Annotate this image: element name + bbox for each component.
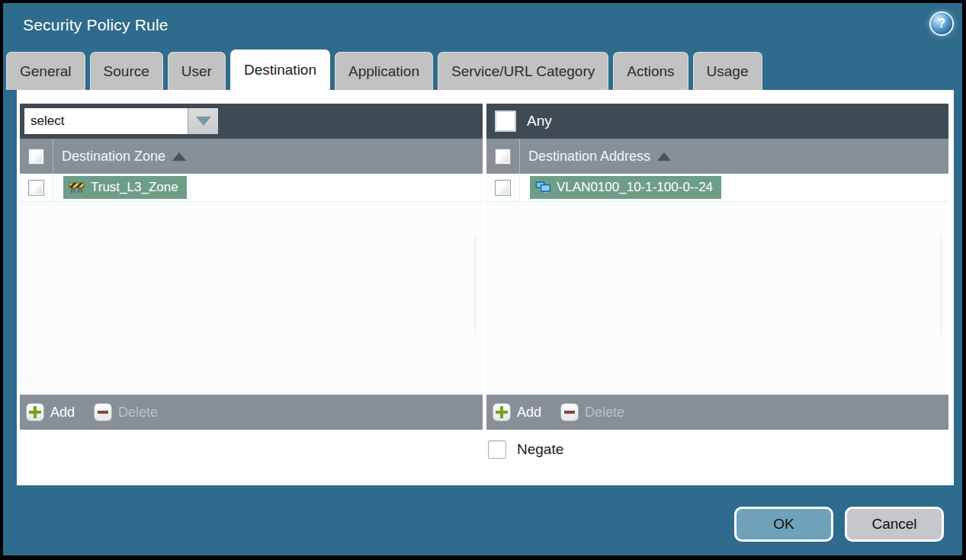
cancel-button[interactable]: Cancel bbox=[845, 507, 944, 542]
address-delete-label: Delete bbox=[585, 405, 624, 421]
zone-row-checkbox-cell bbox=[20, 174, 53, 201]
address-value-chip[interactable]: VLAN0100_10-1-100-0--24 bbox=[530, 176, 721, 199]
zone-value-chip[interactable]: Trust_L3_Zone bbox=[63, 176, 187, 199]
zone-row-checkbox[interactable] bbox=[29, 181, 43, 195]
zone-panel-toolbar: select bbox=[20, 104, 483, 139]
zone-type-dropdown[interactable]: select bbox=[24, 108, 218, 134]
address-icon bbox=[535, 181, 550, 194]
help-icon[interactable]: ? bbox=[931, 13, 952, 34]
address-add-label: Add bbox=[517, 405, 541, 421]
tab-actions[interactable]: Actions bbox=[613, 52, 688, 90]
zone-delete-button[interactable]: Delete bbox=[95, 404, 158, 421]
tab-service-url-category[interactable]: Service/URL Category bbox=[438, 52, 608, 90]
security-policy-rule-dialog: Security Policy Rule ? General Source Us… bbox=[3, 3, 962, 555]
address-name: VLAN0100_10-1-100-0--24 bbox=[557, 180, 713, 195]
zone-delete-label: Delete bbox=[118, 405, 158, 421]
minus-icon bbox=[561, 404, 578, 421]
zone-icon bbox=[69, 181, 85, 194]
dialog-title: Security Policy Rule bbox=[23, 16, 168, 34]
address-select-all-cell bbox=[486, 139, 520, 174]
address-row-checkbox-cell bbox=[486, 174, 520, 201]
zone-list-scrollbar[interactable] bbox=[475, 235, 476, 334]
sort-ascending-icon[interactable] bbox=[172, 152, 186, 161]
zone-type-dropdown-button[interactable] bbox=[188, 108, 218, 134]
address-list: VLAN0100_10-1-100-0--24 bbox=[486, 174, 948, 395]
tab-user[interactable]: User bbox=[168, 52, 226, 90]
tab-usage[interactable]: Usage bbox=[693, 52, 762, 90]
any-toggle: Any bbox=[491, 112, 552, 130]
address-delete-button[interactable]: Delete bbox=[561, 404, 624, 421]
address-select-all-checkbox[interactable] bbox=[496, 149, 510, 164]
address-column-header-row: Destination Address bbox=[486, 139, 948, 174]
minus-icon bbox=[95, 404, 111, 421]
address-row-checkbox[interactable] bbox=[496, 181, 510, 195]
tab-application[interactable]: Application bbox=[335, 52, 433, 90]
address-list-scrollbar[interactable] bbox=[941, 235, 942, 334]
negate-label: Negate bbox=[517, 441, 563, 458]
zone-list: Trust_L3_Zone bbox=[20, 174, 483, 395]
zone-list-item[interactable]: Trust_L3_Zone bbox=[20, 174, 483, 202]
zone-name: Trust_L3_Zone bbox=[91, 180, 178, 195]
negate-checkbox[interactable] bbox=[488, 440, 506, 459]
any-label: Any bbox=[527, 113, 552, 130]
sort-ascending-icon[interactable] bbox=[657, 152, 671, 161]
zone-select-all-checkbox[interactable] bbox=[29, 149, 43, 164]
ok-button[interactable]: OK bbox=[734, 507, 833, 542]
zone-panel-footer: Add Delete bbox=[20, 395, 483, 430]
zone-column-header[interactable]: Destination Zone bbox=[62, 149, 165, 165]
plus-icon bbox=[493, 404, 510, 421]
tab-general[interactable]: General bbox=[6, 52, 85, 90]
tab-bar: General Source User Destination Applicat… bbox=[6, 50, 762, 90]
destination-tab-content: select Destination Zone bbox=[17, 90, 954, 485]
address-column-header[interactable]: Destination Address bbox=[528, 149, 650, 165]
address-list-item[interactable]: VLAN0100_10-1-100-0--24 bbox=[486, 174, 948, 202]
tab-source[interactable]: Source bbox=[90, 52, 163, 90]
negate-toggle: Negate bbox=[488, 440, 563, 459]
plus-icon bbox=[27, 404, 43, 421]
zone-type-dropdown-value[interactable]: select bbox=[24, 108, 188, 134]
any-checkbox[interactable] bbox=[496, 112, 515, 130]
tab-destination[interactable]: Destination bbox=[230, 50, 330, 90]
destination-address-panel: Any Destination Address bbox=[486, 104, 948, 430]
zone-add-button[interactable]: Add bbox=[27, 404, 75, 421]
zone-select-all-cell bbox=[20, 139, 53, 174]
zone-column-header-row: Destination Zone bbox=[20, 139, 483, 174]
address-add-button[interactable]: Add bbox=[493, 404, 541, 421]
address-panel-toolbar: Any bbox=[486, 104, 948, 139]
chevron-down-icon bbox=[196, 117, 211, 126]
address-panel-footer: Add Delete bbox=[486, 395, 948, 430]
destination-zone-panel: select Destination Zone bbox=[20, 104, 483, 430]
zone-add-label: Add bbox=[50, 405, 75, 421]
